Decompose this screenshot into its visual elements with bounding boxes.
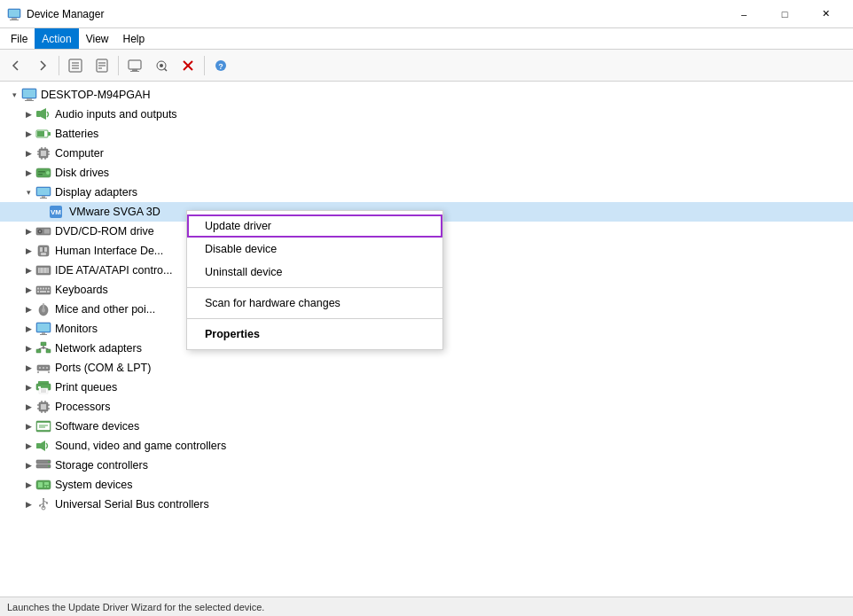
maximize-button[interactable]: □: [764, 0, 805, 28]
tree-item-audio[interactable]: ▶ Audio inputs and outputs: [0, 105, 853, 124]
tree-item-processors-label: Processors: [55, 401, 111, 413]
window-controls: – □ ✕: [724, 0, 846, 28]
tree-item-display[interactable]: ▾ Display adapters: [0, 183, 853, 202]
ports-icon: [35, 360, 51, 376]
display-icon: [35, 184, 51, 200]
svg-point-89: [46, 367, 48, 369]
close-button[interactable]: ✕: [805, 0, 846, 28]
menu-view[interactable]: View: [79, 28, 116, 49]
software-icon: [35, 418, 51, 434]
tree-item-mice-label: Mice and other poi...: [55, 303, 155, 316]
toolbar-separator-3: [204, 56, 205, 75]
tree-item-root[interactable]: ▾ DESKTOP-M94PGAH: [0, 85, 853, 105]
svg-rect-77: [37, 324, 50, 331]
svg-point-52: [39, 230, 41, 232]
tree-item-audio-label: Audio inputs and outputs: [55, 108, 177, 121]
tree-item-print[interactable]: ▶ Print queues: [0, 378, 853, 397]
vmware-icon: VM: [50, 204, 66, 220]
expand-icon-software: ▶: [21, 419, 35, 433]
tree-item-batteries[interactable]: ▶ Batteries: [0, 124, 853, 144]
tree-item-display-label: Display adapters: [55, 186, 137, 199]
tree-item-system-label: System devices: [55, 479, 133, 491]
svg-point-17: [160, 64, 163, 67]
tree-item-disk[interactable]: ▶ Disk drives: [0, 163, 853, 183]
svg-rect-63: [36, 286, 51, 294]
tree-item-vmware-label: VMware SVGA 3D: [69, 206, 160, 218]
expand-icon-system: ▶: [21, 478, 35, 492]
svg-rect-81: [36, 349, 41, 353]
svg-rect-80: [41, 342, 46, 346]
svg-marker-113: [41, 441, 45, 451]
keyboard-icon: [35, 282, 51, 298]
svg-rect-54: [40, 247, 43, 252]
tree-item-sound[interactable]: ▶ Sound, video and game controllers: [0, 436, 853, 456]
tree-item-ports[interactable]: ▶ Ports (COM & LPT): [0, 358, 853, 378]
svg-rect-70: [40, 291, 46, 292]
tree-item-usb[interactable]: ▶ Universal Serial Bus controllers: [0, 495, 853, 514]
expand-icon-mice: ▶: [21, 302, 35, 316]
menu-bar: File Action View Help: [0, 28, 853, 50]
svg-rect-44: [38, 174, 43, 175]
toolbar-back-button[interactable]: [4, 53, 28, 78]
tree-item-system[interactable]: ▶ System devices: [0, 475, 853, 495]
context-menu-properties[interactable]: Properties: [187, 323, 442, 346]
toolbar-update-driver-button[interactable]: [122, 53, 147, 78]
battery-icon: [35, 126, 51, 142]
expand-icon-computer: ▶: [21, 146, 35, 160]
svg-line-84: [39, 347, 44, 349]
context-menu-disable-device[interactable]: Disable device: [187, 238, 442, 261]
minimize-button[interactable]: –: [724, 0, 764, 28]
toolbar: ?: [0, 50, 853, 82]
toolbar-help-button[interactable]: ?: [208, 53, 233, 78]
svg-rect-55: [44, 247, 47, 252]
tree-item-computer-label: Computer: [55, 147, 104, 160]
expand-icon-ports: ▶: [21, 361, 35, 375]
tree-item-storage-label: Storage controllers: [55, 459, 148, 472]
tree-item-hid-label: Human Interface De...: [55, 245, 163, 257]
svg-rect-112: [36, 443, 41, 448]
tree-item-print-label: Print queues: [55, 381, 117, 394]
usb-icon: [35, 496, 51, 512]
mice-icon: [35, 301, 51, 317]
expand-icon-processors: ▶: [21, 400, 35, 414]
svg-rect-68: [48, 288, 50, 290]
context-menu-uninstall-device[interactable]: Uninstall device: [187, 261, 442, 284]
svg-rect-121: [44, 486, 46, 487]
menu-file[interactable]: File: [4, 28, 35, 49]
toolbar-forward-button[interactable]: [30, 53, 55, 78]
tree-item-storage[interactable]: ▶ Storage controllers: [0, 456, 853, 475]
svg-rect-67: [45, 288, 47, 290]
svg-rect-46: [37, 188, 50, 195]
svg-text:?: ?: [218, 62, 223, 71]
svg-rect-65: [40, 288, 42, 290]
tree-item-software-label: Software devices: [55, 420, 139, 433]
toolbar-remove-button[interactable]: [176, 53, 200, 78]
menu-action[interactable]: Action: [35, 28, 78, 49]
network-icon: [35, 340, 51, 356]
toolbar-properties-button[interactable]: [90, 53, 114, 78]
tree-item-computer[interactable]: ▶ Computer: [0, 144, 853, 163]
tree-item-software[interactable]: ▶ Software devices: [0, 417, 853, 436]
toolbar-show-hidden-button[interactable]: [63, 53, 88, 78]
sound-icon: [35, 438, 51, 454]
svg-rect-64: [37, 288, 39, 290]
context-menu-scan-changes[interactable]: Scan for hardware changes: [187, 292, 442, 315]
svg-rect-26: [36, 111, 41, 117]
svg-rect-57: [41, 253, 46, 255]
svg-rect-1: [12, 18, 17, 19]
svg-rect-71: [47, 291, 50, 292]
tree-item-disk-label: Disk drives: [55, 167, 109, 179]
tree-item-monitors-label: Monitors: [55, 323, 98, 335]
system-icon: [35, 477, 51, 493]
tree-item-processors[interactable]: ▶ Processors: [0, 397, 853, 417]
svg-point-42: [46, 171, 50, 175]
toolbar-scan-button[interactable]: [149, 53, 174, 78]
tree-item-root-label: DESKTOP-M94PGAH: [41, 89, 150, 101]
main-content: ▾ DESKTOP-M94PGAH ▶ Audio: [0, 82, 853, 597]
menu-help[interactable]: Help: [116, 28, 153, 49]
svg-rect-3: [9, 10, 20, 17]
svg-point-74: [42, 308, 45, 313]
svg-rect-122: [47, 486, 49, 487]
context-menu-update-driver[interactable]: Update driver: [187, 214, 442, 238]
expand-icon-vmware: [35, 205, 50, 219]
